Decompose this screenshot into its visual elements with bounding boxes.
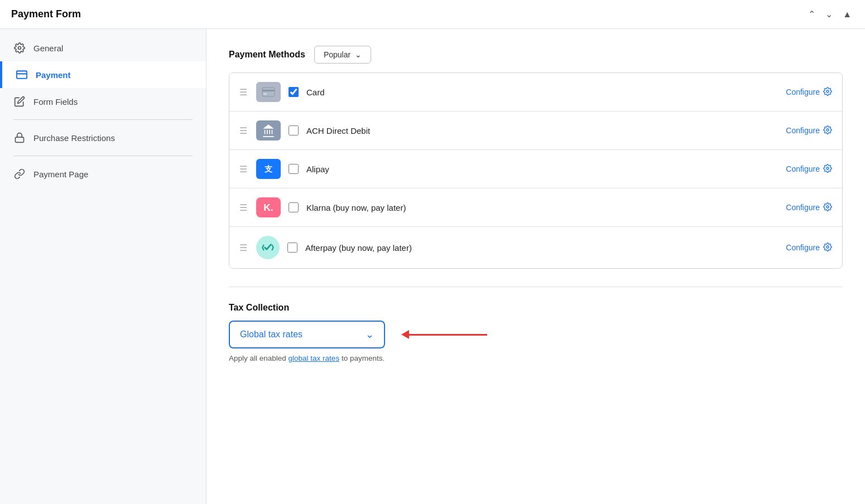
card-method-name: Card — [306, 88, 778, 97]
sidebar-item-payment[interactable]: Payment — [0, 61, 206, 88]
alipay-gear-icon — [823, 164, 832, 175]
alipay-method-icon: 支 — [256, 159, 281, 179]
afterpay-checkbox[interactable] — [287, 243, 297, 253]
svg-rect-5 — [262, 90, 275, 91]
header-controls: ⌃ ⌄ ▲ — [806, 8, 854, 21]
global-tax-rates-link[interactable]: global tax rates — [289, 354, 340, 362]
tax-chevron-icon: ⌄ — [366, 328, 374, 341]
tax-description: Apply all enabled global tax rates to pa… — [229, 354, 843, 362]
sidebar-item-payment-label: Payment — [36, 70, 71, 80]
ach-checkbox[interactable] — [289, 125, 299, 135]
klarna-configure-link[interactable]: Configure — [786, 202, 832, 213]
alipay-checkbox[interactable] — [289, 164, 299, 174]
sidebar-item-general-label: General — [33, 43, 63, 53]
filter-label: Popular — [324, 50, 350, 59]
sidebar-item-general[interactable]: General — [0, 35, 206, 61]
svg-text:K.: K. — [263, 202, 273, 213]
gear-icon — [13, 42, 26, 54]
sidebar-item-purchase-restrictions[interactable]: Purchase Restrictions — [0, 124, 206, 151]
payment-methods-header: Payment Methods Popular ⌄ — [229, 46, 843, 64]
sidebar-item-form-fields[interactable]: Form Fields — [0, 88, 206, 115]
svg-rect-6 — [263, 93, 267, 95]
chevron-down-icon: ⌄ — [355, 50, 362, 59]
svg-point-7 — [826, 90, 829, 93]
afterpay-method-name: Afterpay (buy now, pay later) — [305, 243, 778, 253]
tax-dropdown-wrapper: Global tax rates ⌄ — [229, 321, 843, 348]
card-method-icon — [256, 82, 281, 102]
drag-handle-icon[interactable]: ☰ — [239, 87, 247, 98]
header: Payment Form ⌃ ⌄ ▲ — [0, 0, 865, 29]
tax-description-suffix: to payments. — [339, 354, 385, 362]
tax-collection-title: Tax Collection — [229, 303, 843, 313]
table-row: ☰ 支 Alipay Configure — [229, 150, 842, 188]
svg-rect-3 — [16, 137, 24, 142]
drag-handle-icon[interactable]: ☰ — [239, 243, 247, 253]
afterpay-method-icon — [256, 236, 280, 259]
payment-methods-title: Payment Methods — [229, 50, 305, 60]
card-gear-icon — [823, 87, 832, 98]
sidebar: General Payment — [0, 29, 206, 504]
sidebar-divider-2 — [13, 156, 193, 156]
klarna-gear-icon — [823, 202, 832, 213]
drag-handle-icon[interactable]: ☰ — [239, 125, 247, 136]
page-title: Payment Form — [11, 8, 81, 20]
svg-point-21 — [826, 246, 829, 248]
afterpay-gear-icon — [823, 243, 832, 253]
payment-methods-list: ☰ Card Configure — [229, 72, 843, 269]
svg-point-20 — [826, 206, 829, 208]
afterpay-configure-link[interactable]: Configure — [786, 243, 832, 253]
ach-method-name: ACH Direct Debit — [306, 126, 778, 135]
svg-rect-4 — [262, 88, 275, 96]
edit-icon — [13, 96, 26, 107]
ach-gear-icon — [823, 125, 832, 136]
klarna-checkbox[interactable] — [289, 202, 299, 212]
card-configure-link[interactable]: Configure — [786, 87, 832, 98]
lock-icon — [13, 132, 26, 143]
tax-description-prefix: Apply all enabled — [229, 354, 289, 362]
table-row: ☰ Card Configure — [229, 73, 842, 112]
svg-point-0 — [18, 47, 21, 50]
klarna-method-name: Klarna (buy now, pay later) — [306, 203, 778, 212]
klarna-method-icon: K. — [256, 197, 281, 217]
sidebar-item-purchase-restrictions-label: Purchase Restrictions — [33, 133, 115, 143]
nav-up-filled-button[interactable]: ▲ — [840, 8, 854, 21]
drag-handle-icon[interactable]: ☰ — [239, 202, 247, 213]
ach-configure-link[interactable]: Configure — [786, 125, 832, 136]
tax-collection-section: Tax Collection Global tax rates ⌄ Apply … — [229, 303, 843, 362]
red-arrow-indicator — [402, 330, 487, 339]
table-row: ☰ Afterpay (buy now, pay later) Configur… — [229, 227, 842, 268]
svg-point-14 — [826, 129, 829, 131]
sidebar-item-form-fields-label: Form Fields — [33, 97, 78, 106]
svg-marker-13 — [263, 124, 274, 129]
svg-rect-1 — [17, 71, 27, 78]
sidebar-item-payment-page-label: Payment Page — [33, 169, 88, 179]
card-checkbox[interactable] — [289, 87, 299, 97]
sidebar-item-payment-page[interactable]: Payment Page — [0, 161, 206, 187]
link-icon — [13, 168, 26, 180]
nav-down-button[interactable]: ⌄ — [823, 8, 835, 21]
tax-dropdown-value: Global tax rates — [240, 329, 302, 340]
alipay-configure-link[interactable]: Configure — [786, 164, 832, 175]
sidebar-divider — [13, 119, 193, 120]
ach-method-icon — [256, 120, 281, 140]
credit-card-icon — [16, 69, 28, 80]
nav-up-button[interactable]: ⌃ — [806, 8, 818, 21]
svg-text:支: 支 — [264, 164, 273, 173]
alipay-method-name: Alipay — [306, 164, 778, 174]
table-row: ☰ ACH Direct Debit — [229, 112, 842, 150]
main-content: Payment Methods Popular ⌄ ☰ — [206, 29, 865, 504]
filter-dropdown[interactable]: Popular ⌄ — [314, 46, 371, 64]
table-row: ☰ K. Klarna (buy now, pay later) Configu… — [229, 188, 842, 227]
svg-point-17 — [826, 167, 829, 169]
drag-handle-icon[interactable]: ☰ — [239, 164, 247, 175]
tax-dropdown[interactable]: Global tax rates ⌄ — [229, 321, 385, 348]
